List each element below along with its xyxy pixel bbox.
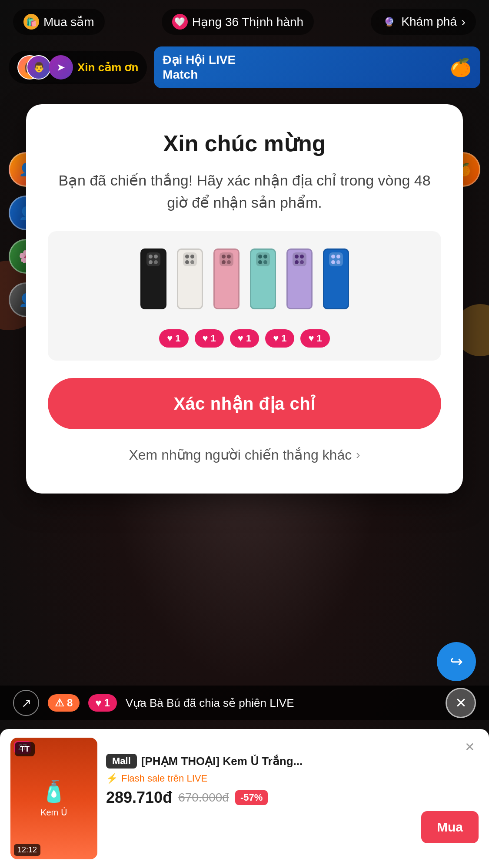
explore-label: Khám phá [401, 15, 457, 29]
live-match-line1: Đại Hội LIVE [163, 53, 236, 67]
flash-icon: ⚡ [106, 773, 118, 784]
top-bar: 🛍️ Mua sắm 🤍 Hạng 36 Thịnh hành 🔮 Khám p… [0, 0, 489, 43]
mall-badge: Mall [106, 754, 137, 769]
explore-button[interactable]: 🔮 Khám phá › [371, 9, 476, 35]
xin-cam-on-text: Xin cảm ơn [77, 61, 138, 74]
flash-sale-label: Flash sale trên LIVE [121, 773, 207, 784]
live-match-line2: Match [163, 67, 236, 82]
xin-cam-on-banner[interactable]: 👩 👨 ➤ Xin cảm ơn [9, 51, 147, 84]
notif-description: Vựa Bà Bú đã chia sẻ phiên LIVE [126, 696, 437, 710]
product-image-container: ♥1 ♥1 ♥1 ♥1 ♥1 [48, 231, 441, 361]
chevron-right-icon: › [356, 448, 360, 462]
product-badges: Mall [PHẠM THOẠI] Kem Ủ Trắng... [106, 754, 479, 769]
product-info: Mall [PHẠM THOẠI] Kem Ủ Trắng... ⚡ Flash… [106, 754, 479, 843]
congratulations-modal: Xin chúc mừng Bạn đã chiến thắng! Hãy xá… [26, 104, 463, 494]
notif-arrow-circle: ➤ [49, 55, 73, 80]
close-notif-icon: ✕ [455, 695, 467, 711]
share-button[interactable]: ↗ [13, 690, 39, 716]
thumbnail-time: 12:12 [14, 844, 40, 856]
live-match-emoji: 🍊 [450, 57, 472, 78]
alert-badge: ⚠ 8 [48, 694, 80, 712]
discount-badge: -57% [235, 790, 268, 805]
close-notif-button[interactable]: ✕ [446, 688, 476, 718]
price-old: 670.000đ [178, 791, 229, 805]
close-product-icon: ✕ [465, 740, 475, 754]
flash-sale-row: ⚡ Flash sale trên LIVE [106, 773, 479, 784]
shopping-label: Mua sắm [43, 15, 94, 29]
shopping-icon: 🛍️ [23, 14, 39, 30]
phones-grid [138, 244, 352, 314]
phone-teal [247, 244, 279, 314]
product-name: [PHẠM THOẠI] Kem Ủ Trắng... [141, 755, 303, 768]
like-badge-2: ♥1 [195, 329, 224, 348]
notif-avatar-group: 👩 👨 [17, 55, 44, 80]
confirm-address-button[interactable]: Xác nhận địa chỉ [48, 378, 441, 429]
like-badge-4: ♥1 [265, 329, 294, 348]
heart-badge: ♥ 1 [88, 694, 117, 712]
modal-subtitle: Bạn đã chiến thắng! Hãy xác nhận địa chỉ… [48, 169, 441, 214]
view-winners-text: Xem những người chiến thắng khác [129, 447, 352, 463]
explore-icon: 🔮 [381, 14, 397, 30]
heart-count: 1 [104, 697, 110, 709]
heart-icon: ♥ [95, 697, 101, 709]
explore-chevron: › [461, 14, 466, 29]
forward-button[interactable]: ↪ [437, 642, 476, 681]
bottom-notification-bar: ↗ ⚠ 8 ♥ 1 Vựa Bà Bú đã chia sẻ phiên LIV… [0, 686, 489, 720]
product-card: 🧴 Kem Ủ 27 TT 12:12 Mall [PHẠM THOẠI] Ke… [0, 729, 489, 868]
tiktok-logo: TT [20, 745, 30, 753]
forward-icon: ↪ [450, 653, 463, 671]
alert-icon: ⚠ [55, 697, 64, 709]
share-icon: ↗ [21, 696, 31, 710]
phone-pink [211, 244, 242, 314]
rank-icon: 🤍 [172, 14, 188, 30]
shopping-button[interactable]: 🛍️ Mua sắm [13, 9, 105, 35]
live-match-banner[interactable]: Đại Hội LIVE Match 🍊 [154, 46, 480, 88]
notification-banner: 👩 👨 ➤ Xin cảm ơn Đại Hội LIVE Match 🍊 [0, 46, 489, 89]
like-badge-5: ♥1 [300, 329, 329, 348]
rank-label: Hạng 36 Thịnh hành [192, 15, 303, 29]
tiktok-watermark: TT [15, 742, 35, 756]
like-badge-3: ♥1 [230, 329, 259, 348]
alert-count: 8 [67, 697, 73, 709]
phone-white [174, 244, 206, 314]
phone-blue [320, 244, 352, 314]
close-product-button[interactable]: ✕ [459, 736, 480, 758]
price-new: 289.710đ [106, 788, 172, 807]
notif-avatar-2: 👨 [27, 55, 51, 80]
product-thumbnail[interactable]: 🧴 Kem Ủ 27 TT 12:12 [10, 738, 97, 859]
phone-black [138, 244, 169, 314]
rank-button[interactable]: 🤍 Hạng 36 Thịnh hành [162, 9, 314, 35]
like-badge-1: ♥1 [159, 329, 188, 348]
modal-title: Xin chúc mừng [48, 130, 441, 156]
view-winners-link[interactable]: Xem những người chiến thắng khác › [48, 442, 441, 467]
like-badges-row: ♥1 ♥1 ♥1 ♥1 ♥1 [159, 329, 330, 348]
prices-row: 289.710đ 670.000đ -57% [106, 788, 479, 807]
phone-purple [284, 244, 315, 314]
buy-button[interactable]: Mua [421, 811, 479, 843]
